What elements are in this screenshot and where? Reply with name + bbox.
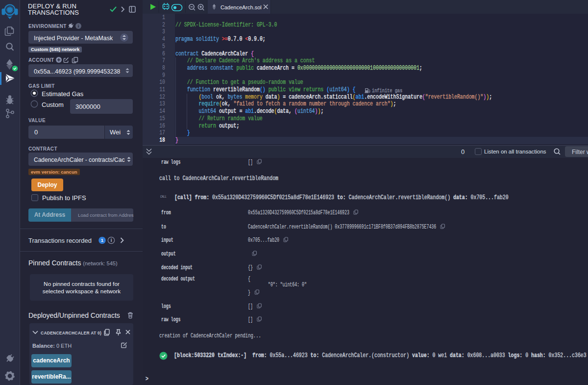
svg-text:i: i xyxy=(111,238,112,243)
svg-text:1: 1 xyxy=(101,237,104,243)
